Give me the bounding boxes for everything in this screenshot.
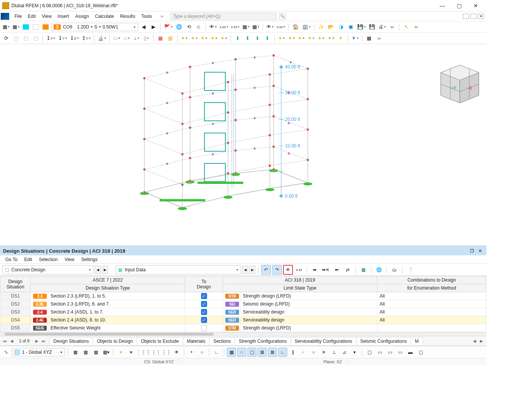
design-situations-grid[interactable]: Design Situation ASCE 7 | 2022 To Design…	[0, 276, 486, 336]
panel-left-prev-icon[interactable]: ◀	[95, 266, 101, 274]
row-combo[interactable]: All	[377, 308, 486, 316]
sb-angle-icon[interactable]: ∟	[212, 348, 221, 357]
tb-load1-icon[interactable]: ⬇	[233, 34, 242, 43]
sb-boxD-icon[interactable]: ▭	[396, 348, 405, 357]
tab-first-icon[interactable]: ⏮	[2, 339, 8, 343]
tb-save-icon[interactable]: 💾	[356, 22, 367, 32]
col-combos-bot[interactable]: for Enumeration Method	[377, 284, 486, 292]
tb-deform-icon[interactable]: ⎌	[194, 22, 203, 32]
sb-dots2-icon[interactable]: ⋮⋮	[152, 348, 161, 357]
restore-panel-icon[interactable]	[463, 14, 469, 19]
tb-swatch-white[interactable]	[31, 22, 40, 32]
tb-block-icon[interactable]: ▣	[346, 22, 355, 32]
sb-grid3-icon[interactable]: ▦	[91, 348, 100, 357]
panel-menu-edit[interactable]: Edit	[21, 256, 35, 263]
sb-eye-icon[interactable]: 👁	[172, 348, 181, 357]
row-combo[interactable]: All	[377, 300, 486, 308]
table-row[interactable]: DS5SE/EEffective Seismic Weight✓STRStren…	[0, 324, 486, 332]
row-ldesc[interactable]: Seismic design (LRFD)	[241, 300, 377, 308]
tb-axis-y-icon[interactable]: ↧Y	[57, 34, 68, 43]
minimize-button[interactable]: —	[434, 0, 451, 11]
maximize-button[interactable]: ▢	[451, 0, 467, 11]
maximize-panel-icon[interactable]	[470, 14, 477, 19]
tab-scroll-left-icon[interactable]: ◀	[471, 339, 478, 343]
tb-column-icon[interactable]: ▯	[142, 34, 151, 43]
tab-next-icon[interactable]: ▶	[33, 339, 40, 343]
sb-boxF-icon[interactable]: ▢	[416, 348, 425, 357]
sb-snap-perp-icon[interactable]: ⊥	[329, 348, 339, 357]
tb-res4-icon[interactable]: ✦	[307, 34, 316, 43]
grid-scrollbar[interactable]	[0, 332, 486, 336]
pt-import-icon[interactable]: ⬅	[332, 265, 342, 275]
sb-snap-x2-icon[interactable]: ⊠	[268, 348, 277, 357]
pt-xxx-icon[interactable]: x.xx	[294, 265, 304, 275]
col-combos-top[interactable]: Combinations to Design	[377, 276, 486, 284]
col-ds[interactable]: Design Situation	[0, 276, 31, 292]
tb-box3-icon[interactable]: ▢	[31, 34, 40, 43]
sb-boxE-icon[interactable]: ▬	[406, 348, 415, 357]
sb-snap-magnet-icon[interactable]: ∩	[237, 348, 246, 357]
tab-objects-to-design[interactable]: Objects to Design	[93, 337, 137, 345]
panel-menu-view[interactable]: View	[62, 256, 78, 263]
tb-scope-icon[interactable]: 🔬	[97, 34, 107, 43]
tb-panel-right-icon[interactable]: ▦	[11, 22, 21, 32]
sb-dots1-icon[interactable]: ⋮⋮	[141, 348, 150, 357]
pt-redo-icon[interactable]: ↷	[272, 265, 282, 275]
table-row[interactable]: DS22.3ESection 2.3 (LRFD), 6. and 7.✓SEI…	[0, 300, 486, 308]
tab-strength-configurations[interactable]: Strength Configurations	[234, 337, 291, 345]
table-row[interactable]: DS42.4ESection 2.4 (ASD), 8. to 10.✓SERS…	[0, 316, 486, 324]
tb-eye-values-icon[interactable]: 👁	[208, 22, 218, 32]
pt-export1-icon[interactable]: ➡	[310, 265, 320, 275]
tb-prev-icon[interactable]: ◀	[139, 22, 148, 32]
row-ldesc[interactable]: Serviceability design	[241, 316, 377, 324]
sb-ptB-icon[interactable]: ○	[197, 348, 206, 357]
tb-beam-icon[interactable]: ⟂	[132, 34, 141, 43]
panel-menu-goto[interactable]: Go To	[2, 256, 21, 263]
menu-results[interactable]: Results	[117, 13, 138, 20]
sb-grid1-icon[interactable]: ▦	[71, 348, 80, 357]
close-button[interactable]: ✕	[467, 0, 484, 11]
tb-print-icon[interactable]: 🖨	[377, 22, 387, 32]
menu-more-icon[interactable]: ››	[157, 14, 166, 19]
panel-menu-selection[interactable]: Selection	[36, 256, 61, 263]
tb-cloud-icon[interactable]: ◑	[336, 22, 345, 32]
col-aci-top[interactable]: ACI 318 | 2019	[223, 276, 377, 284]
tb-globe-icon[interactable]: 🌐	[174, 22, 184, 32]
row-todesign[interactable]: ✓	[185, 308, 223, 316]
tb-res7-icon[interactable]: ✦	[336, 34, 345, 43]
tb-more-icon[interactable]: ››	[388, 22, 397, 32]
tb-load2-icon[interactable]: ⬇	[243, 34, 252, 43]
sb-sparkle-dd-icon[interactable]: ▾	[127, 348, 136, 357]
pt-export2-icon[interactable]: ➡✕	[321, 265, 331, 275]
row-combo[interactable]: All	[377, 316, 486, 324]
tb-house-icon[interactable]: 🏠	[291, 22, 300, 32]
menu-file[interactable]: File	[11, 13, 25, 20]
row-combo[interactable]	[377, 324, 486, 332]
menu-insert[interactable]: Insert	[55, 13, 72, 20]
close-panel-icon[interactable]: ✕	[478, 14, 484, 19]
tb-cube-shade-icon[interactable]: ▦	[241, 22, 250, 32]
sb-dots3-icon[interactable]: ⋮⋮	[162, 348, 171, 357]
pt-web-icon[interactable]: 🌐	[374, 265, 384, 275]
table-row[interactable]: DS32.4Section 2.4 (ASD), 1. to 7.✓SERSer…	[0, 308, 486, 316]
row-desc[interactable]: Section 2.3 (LRFD), 6. and 7.	[48, 300, 185, 308]
tab-materials[interactable]: Materials	[183, 337, 210, 345]
tb-spark1-icon[interactable]: ✦	[180, 34, 189, 43]
panel-close-icon[interactable]: ✕	[477, 248, 483, 254]
pt-help-icon[interactable]: ❔	[405, 265, 415, 275]
pt-eye-highlight-icon[interactable]: 👁	[283, 265, 293, 275]
panel-right-next-icon[interactable]: ▶	[249, 266, 255, 274]
tb-axis-z-icon[interactable]: ↧Z	[69, 34, 80, 43]
tb-res5-icon[interactable]: ✦	[317, 34, 326, 43]
tb-grid-icon[interactable]: ▦	[251, 22, 260, 32]
sb-ptA-icon[interactable]: •	[187, 348, 196, 357]
sb-sparkle-icon[interactable]: ✦	[116, 348, 125, 357]
sb-snap-near-icon[interactable]: ⊿	[340, 348, 349, 357]
menu-tools[interactable]: Tools	[138, 13, 155, 20]
sb-boxA-icon[interactable]: ▢	[365, 348, 374, 357]
row-todesign[interactable]: ✓	[185, 324, 223, 332]
tb-res3-icon[interactable]: ✦	[297, 34, 306, 43]
row-desc[interactable]: Section 2.3 (LRFD), 1. to 5.	[48, 292, 185, 300]
model-viewport[interactable]: +Y -X	[0, 44, 486, 246]
tb-more2-icon[interactable]: ››	[412, 22, 421, 32]
